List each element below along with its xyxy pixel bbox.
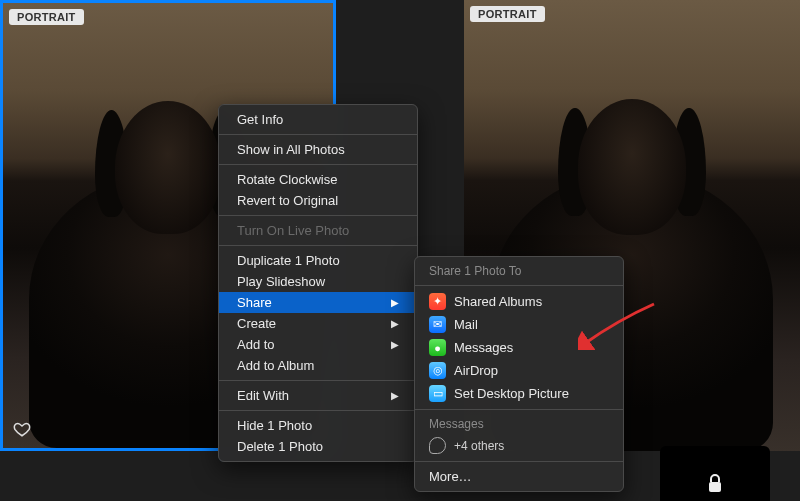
favorite-icon[interactable] <box>13 420 31 438</box>
menu-get-info[interactable]: Get Info <box>219 109 417 130</box>
menu-separator <box>415 461 623 462</box>
shared-albums-icon: ✦ <box>429 293 446 310</box>
messages-section-header: Messages <box>415 414 623 434</box>
desktop-icon: ▭ <box>429 385 446 402</box>
menu-share[interactable]: Share ▶ <box>219 292 417 313</box>
others-count: +4 others <box>454 439 609 453</box>
lock-icon <box>707 473 723 493</box>
messages-icon: ● <box>429 339 446 356</box>
menu-edit-with[interactable]: Edit With ▶ <box>219 385 417 406</box>
menu-separator <box>219 164 417 165</box>
chevron-right-icon: ▶ <box>391 297 399 308</box>
portrait-badge: PORTRAIT <box>9 9 84 25</box>
share-mail[interactable]: ✉ Mail <box>415 313 623 336</box>
chevron-right-icon: ▶ <box>391 339 399 350</box>
lock-screen-preview <box>660 446 770 501</box>
airdrop-icon: ◎ <box>429 362 446 379</box>
context-menu: Get Info Show in All Photos Rotate Clock… <box>218 104 418 462</box>
menu-duplicate[interactable]: Duplicate 1 Photo <box>219 250 417 271</box>
menu-add-to-album[interactable]: Add to Album <box>219 355 417 376</box>
svg-rect-0 <box>709 482 721 492</box>
menu-show-in-all-photos[interactable]: Show in All Photos <box>219 139 417 160</box>
menu-add-to[interactable]: Add to ▶ <box>219 334 417 355</box>
chat-bubble-icon <box>429 437 446 454</box>
menu-separator <box>219 215 417 216</box>
menu-create[interactable]: Create ▶ <box>219 313 417 334</box>
menu-separator <box>415 409 623 410</box>
portrait-badge: PORTRAIT <box>470 6 545 22</box>
menu-turn-on-live-photo: Turn On Live Photo <box>219 220 417 241</box>
menu-revert-to-original[interactable]: Revert to Original <box>219 190 417 211</box>
menu-separator <box>219 134 417 135</box>
menu-separator <box>415 285 623 286</box>
share-messages[interactable]: ● Messages <box>415 336 623 359</box>
menu-separator <box>219 410 417 411</box>
chevron-right-icon: ▶ <box>391 390 399 401</box>
menu-separator <box>219 245 417 246</box>
chevron-right-icon: ▶ <box>391 318 399 329</box>
mail-icon: ✉ <box>429 316 446 333</box>
messages-contacts-row[interactable]: +4 others <box>415 434 623 457</box>
menu-play-slideshow[interactable]: Play Slideshow <box>219 271 417 292</box>
share-submenu: Share 1 Photo To ✦ Shared Albums ✉ Mail … <box>414 256 624 492</box>
share-airdrop[interactable]: ◎ AirDrop <box>415 359 623 382</box>
share-more[interactable]: More… <box>415 466 623 487</box>
menu-separator <box>219 380 417 381</box>
share-set-desktop-picture[interactable]: ▭ Set Desktop Picture <box>415 382 623 405</box>
share-shared-albums[interactable]: ✦ Shared Albums <box>415 290 623 313</box>
menu-delete-photo[interactable]: Delete 1 Photo <box>219 436 417 457</box>
menu-rotate-clockwise[interactable]: Rotate Clockwise <box>219 169 417 190</box>
menu-hide-photo[interactable]: Hide 1 Photo <box>219 415 417 436</box>
share-header: Share 1 Photo To <box>415 261 623 281</box>
